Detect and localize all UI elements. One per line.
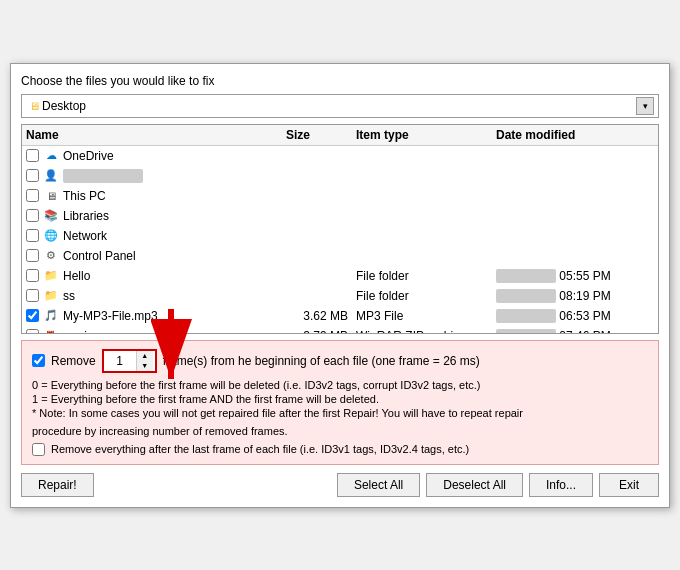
- table-row: ☁ OneDrive: [22, 146, 658, 166]
- file-name: ss: [63, 289, 75, 303]
- file-name: OneDrive: [63, 149, 114, 163]
- blurred-date: [496, 289, 556, 303]
- dialog-title: Choose the files you would like to fix: [21, 74, 659, 88]
- type-cell: WinRAR ZIP archive: [356, 329, 496, 334]
- table-row: 🖥 This PC: [22, 186, 658, 206]
- location-display: Desktop: [42, 99, 636, 113]
- remove-frames-checkbox[interactable]: [32, 354, 45, 367]
- file-checkbox[interactable]: [26, 229, 39, 242]
- size-cell: 3.62 MB: [286, 309, 356, 323]
- remove-last-row: Remove everything after the last frame o…: [32, 443, 648, 456]
- file-list: Name Size Item type Date modified ☁ OneD…: [21, 124, 659, 334]
- location-folder-icon: 🖥: [26, 98, 42, 114]
- folder-icon: 📁: [43, 288, 59, 304]
- table-row: 📁 Hello File folder 05:55 PM: [22, 266, 658, 286]
- remove-frames-row: Remove ▲ ▼ frame(s) from he beginning of…: [32, 349, 648, 373]
- frame-spinner: ▲ ▼: [102, 349, 157, 373]
- name-cell: 👤: [26, 168, 286, 184]
- name-cell: 🖥 This PC: [26, 188, 286, 204]
- table-row: 🎵 My-MP3-File.mp3 3.62 MB MP3 File 06:53…: [22, 306, 658, 326]
- pc-icon: 🖥: [43, 188, 59, 204]
- exit-button[interactable]: Exit: [599, 473, 659, 497]
- file-checkbox[interactable]: [26, 169, 39, 182]
- library-icon: 📚: [43, 208, 59, 224]
- type-cell: File folder: [356, 269, 496, 283]
- network-icon: 🌐: [43, 228, 59, 244]
- zip-icon: 🗜: [43, 328, 59, 334]
- deselect-all-button[interactable]: Deselect All: [426, 473, 523, 497]
- name-cell: 📁 ss: [26, 288, 286, 304]
- file-name: This PC: [63, 189, 106, 203]
- file-checkbox[interactable]: [26, 289, 39, 302]
- table-row: 👤: [22, 166, 658, 186]
- table-row: 📚 Libraries: [22, 206, 658, 226]
- note-line: * Note: In some cases you will not get r…: [32, 407, 648, 419]
- blurred-date: [496, 309, 556, 323]
- info-button[interactable]: Info...: [529, 473, 593, 497]
- file-checkbox[interactable]: [26, 149, 39, 162]
- blurred-name: [63, 169, 143, 183]
- name-cell: 📚 Libraries: [26, 208, 286, 224]
- col-size: Size: [286, 128, 356, 142]
- remove-last-checkbox[interactable]: [32, 443, 45, 456]
- type-cell: File folder: [356, 289, 496, 303]
- file-name: Hello: [63, 269, 90, 283]
- info-line2: 1 = Everything before the first frame AN…: [32, 393, 648, 405]
- file-checkbox[interactable]: [26, 249, 39, 262]
- col-date: Date modified: [496, 128, 656, 142]
- file-list-header: Name Size Item type Date modified: [22, 125, 658, 146]
- red-arrow: [151, 304, 231, 394]
- control-icon: ⚙: [43, 248, 59, 264]
- bottom-section: Remove ▲ ▼ frame(s) from he beginning of…: [21, 340, 659, 465]
- button-row: Repair! Select All Deselect All Info... …: [21, 473, 659, 497]
- remove-before-label: Remove: [51, 354, 96, 368]
- file-name: Network: [63, 229, 107, 243]
- table-row: 📁 ss File folder 08:19 PM: [22, 286, 658, 306]
- date-cell: 07:46 PM: [496, 329, 656, 334]
- file-checkbox[interactable]: [26, 309, 39, 322]
- size-cell: 2.79 MB: [286, 329, 356, 334]
- col-name: Name: [26, 128, 286, 142]
- repair-button[interactable]: Repair!: [21, 473, 94, 497]
- mp3-icon: 🎵: [43, 308, 59, 324]
- table-row: 🗜 ss.zip 2.79 MB WinRAR ZIP archive 07:4…: [22, 326, 658, 334]
- file-checkbox[interactable]: [26, 269, 39, 282]
- select-all-button[interactable]: Select All: [337, 473, 420, 497]
- user-icon: 👤: [43, 168, 59, 184]
- name-cell: 🌐 Network: [26, 228, 286, 244]
- folder-icon: 📁: [43, 268, 59, 284]
- location-bar: 🖥 Desktop ▾: [21, 94, 659, 118]
- main-dialog: Choose the files you would like to fix 🖥…: [10, 63, 670, 508]
- file-checkbox[interactable]: [26, 329, 39, 334]
- remove-last-label: Remove everything after the last frame o…: [51, 443, 469, 455]
- location-dropdown-button[interactable]: ▾: [636, 97, 654, 115]
- date-cell: 08:19 PM: [496, 289, 656, 303]
- date-cell: 06:53 PM: [496, 309, 656, 323]
- file-name: Control Panel: [63, 249, 136, 263]
- type-cell: MP3 File: [356, 309, 496, 323]
- name-cell: ⚙ Control Panel: [26, 248, 286, 264]
- file-name: My-MP3-File.mp3: [63, 309, 158, 323]
- table-row: ⚙ Control Panel: [22, 246, 658, 266]
- frame-count-input[interactable]: [104, 351, 136, 371]
- file-checkbox[interactable]: [26, 189, 39, 202]
- name-cell: 📁 Hello: [26, 268, 286, 284]
- name-cell: ☁ OneDrive: [26, 148, 286, 164]
- note-line2: procedure by increasing number of remove…: [32, 425, 648, 437]
- file-checkbox[interactable]: [26, 209, 39, 222]
- date-cell: 05:55 PM: [496, 269, 656, 283]
- file-name: Libraries: [63, 209, 109, 223]
- info-line1: 0 = Everything before the first frame wi…: [32, 379, 648, 391]
- onedrive-icon: ☁: [43, 148, 59, 164]
- col-type: Item type: [356, 128, 496, 142]
- blurred-date: [496, 269, 556, 283]
- table-row: 🌐 Network: [22, 226, 658, 246]
- blurred-date: [496, 329, 556, 334]
- file-name: ss.zip: [63, 329, 94, 334]
